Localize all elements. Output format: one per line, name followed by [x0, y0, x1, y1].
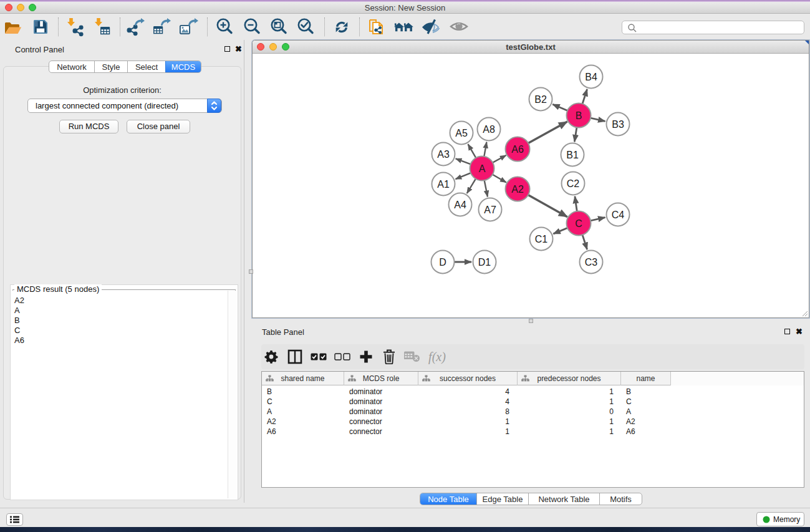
svg-text:A7: A7: [484, 205, 496, 215]
svg-text:B3: B3: [612, 119, 624, 130]
svg-text:C3: C3: [585, 257, 598, 268]
svg-text:A8: A8: [483, 124, 495, 135]
svg-text:B4: B4: [585, 72, 597, 82]
svg-text:C1: C1: [535, 234, 548, 244]
svg-text:D: D: [439, 257, 446, 268]
svg-text:B1: B1: [566, 150, 579, 160]
svg-text:A6: A6: [511, 144, 524, 155]
svg-text:B: B: [576, 110, 582, 121]
svg-text:A2: A2: [511, 184, 524, 195]
svg-text:C: C: [575, 218, 582, 229]
svg-text:C4: C4: [612, 210, 625, 220]
svg-text:A1: A1: [437, 179, 450, 190]
svg-text:D1: D1: [478, 257, 491, 268]
svg-text:A3: A3: [437, 149, 450, 160]
svg-text:A5: A5: [455, 128, 468, 138]
svg-text:A4: A4: [454, 200, 466, 210]
svg-text:B2: B2: [534, 94, 547, 105]
svg-text:C2: C2: [567, 178, 580, 189]
svg-text:A: A: [479, 163, 486, 174]
